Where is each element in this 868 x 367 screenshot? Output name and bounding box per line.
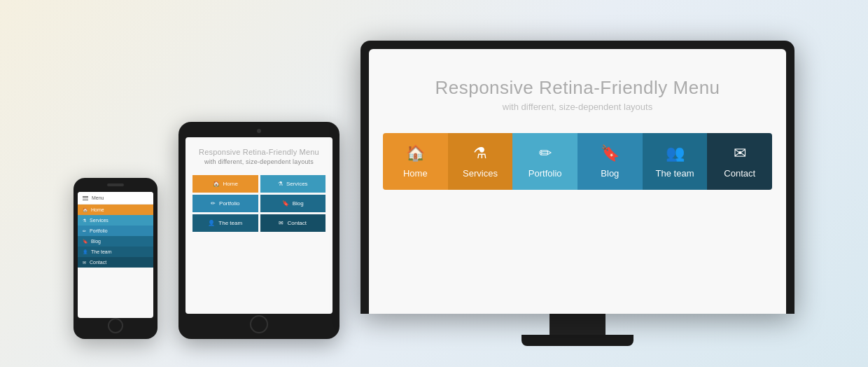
tablet-portfolio-label: Portfolio: [219, 200, 239, 207]
phone-blog-label: Blog: [91, 239, 101, 244]
phone-nav-contact[interactable]: ✉ Contact: [78, 257, 153, 268]
monitor-contact-label: Contact: [724, 168, 755, 179]
monitor-nav-services[interactable]: ⚗ Services: [448, 133, 513, 190]
tablet-contact-label: Contact: [287, 220, 307, 226]
monitor-nav-contact[interactable]: ✉ Contact: [707, 133, 772, 190]
hamburger-icon: [83, 196, 88, 200]
monitor-home-label: Home: [403, 168, 428, 179]
tablet-nav-blog[interactable]: 🔖 Blog: [260, 195, 326, 212]
tablet-device: Responsive Retina-Friendly Menu with dif…: [178, 122, 340, 339]
blog-icon: 🔖: [601, 144, 620, 162]
tablet-nav-home[interactable]: 🏠 Home: [192, 175, 258, 193]
monitor-wrap: Responsive Retina-Friendly Menu with dif…: [360, 41, 794, 346]
home-icon: 🏠: [83, 207, 88, 212]
blog-icon: 🔖: [282, 200, 289, 207]
portfolio-icon: ✏: [211, 200, 216, 207]
phone-nav-team[interactable]: 👤 The team: [78, 247, 153, 257]
phone-contact-label: Contact: [90, 260, 106, 265]
home-icon: 🏠: [213, 181, 220, 187]
monitor-stand-neck: [550, 314, 606, 335]
services-icon: ⚗: [278, 181, 283, 187]
monitor-stand-base: [522, 335, 634, 346]
tablet-nav-portfolio[interactable]: ✏ Portfolio: [192, 195, 258, 212]
services-icon: ⚗: [83, 218, 86, 223]
tablet-home-label: Home: [223, 181, 238, 187]
tablet-services-label: Services: [286, 181, 308, 187]
tablet-menu: 🏠 Home ⚗ Services ✏ Portfolio 🔖 Blog 👤: [192, 175, 326, 232]
phone-menu-header: Menu: [78, 192, 153, 205]
monitor-subtitle: with different, size-dependent layouts: [435, 102, 720, 112]
contact-icon: ✉: [279, 220, 284, 226]
monitor-screen: Responsive Retina-Friendly Menu with dif…: [369, 49, 786, 314]
home-icon: 🏠: [406, 144, 425, 162]
portfolio-icon: ✏: [539, 144, 552, 162]
tablet-team-label: The team: [218, 220, 242, 226]
phone-home-label: Home: [91, 207, 104, 212]
team-icon: 👤: [208, 220, 215, 226]
portfolio-icon: ✏: [83, 228, 86, 233]
contact-icon: ✉: [734, 144, 746, 162]
phone-nav-blog[interactable]: 🔖 Blog: [78, 236, 153, 247]
monitor-services-label: Services: [463, 168, 498, 179]
phone-portfolio-label: Portfolio: [90, 228, 108, 233]
monitor-nav-home[interactable]: 🏠 Home: [383, 133, 448, 190]
monitor-main-title: Responsive Retina-Friendly Menu: [435, 77, 720, 99]
tablet-main-title: Responsive Retina-Friendly Menu: [199, 147, 319, 158]
tablet-title: Responsive Retina-Friendly Menu with dif…: [199, 147, 319, 167]
contact-icon: ✉: [83, 260, 86, 265]
phone-services-label: Services: [90, 218, 108, 223]
phone-screen: Menu 🏠 Home ⚗ Services ✏ Portfolio 🔖 Blo…: [78, 192, 153, 318]
team-icon: 👥: [666, 144, 685, 162]
phone-device: Menu 🏠 Home ⚗ Services ✏ Portfolio 🔖 Blo…: [74, 178, 158, 339]
monitor-title-block: Responsive Retina-Friendly Menu with dif…: [435, 77, 720, 112]
monitor-nav-team[interactable]: 👥 The team: [643, 133, 708, 190]
monitor-blog-label: Blog: [601, 168, 619, 179]
monitor-nav-blog[interactable]: 🔖 Blog: [578, 133, 643, 190]
tablet-nav-contact[interactable]: ✉ Contact: [260, 214, 326, 232]
team-icon: 👤: [83, 249, 88, 254]
monitor-nav-portfolio[interactable]: ✏ Portfolio: [512, 133, 578, 190]
blog-icon: 🔖: [83, 239, 88, 244]
phone-team-label: The team: [91, 249, 112, 254]
monitor-portfolio-label: Portfolio: [528, 168, 562, 179]
phone-nav-home[interactable]: 🏠 Home: [78, 205, 153, 215]
phone-nav-services[interactable]: ⚗ Services: [78, 215, 153, 226]
phone-nav-portfolio[interactable]: ✏ Portfolio: [78, 226, 153, 236]
monitor-device: Responsive Retina-Friendly Menu with dif…: [360, 41, 794, 314]
tablet-screen: Responsive Retina-Friendly Menu with dif…: [186, 137, 332, 314]
tablet-nav-services[interactable]: ⚗ Services: [260, 175, 326, 193]
monitor-nav: 🏠 Home ⚗ Services ✏ Portfolio 🔖 Blog: [383, 133, 772, 190]
tablet-subtitle: with different, size-dependent layouts: [204, 158, 314, 165]
services-icon: ⚗: [473, 144, 487, 162]
scene: Menu 🏠 Home ⚗ Services ✏ Portfolio 🔖 Blo…: [0, 0, 868, 367]
tablet-blog-label: Blog: [293, 200, 304, 207]
monitor-team-label: The team: [656, 168, 694, 179]
tablet-nav-team[interactable]: 👤 The team: [192, 214, 258, 232]
phone-menu-label: Menu: [92, 195, 104, 200]
